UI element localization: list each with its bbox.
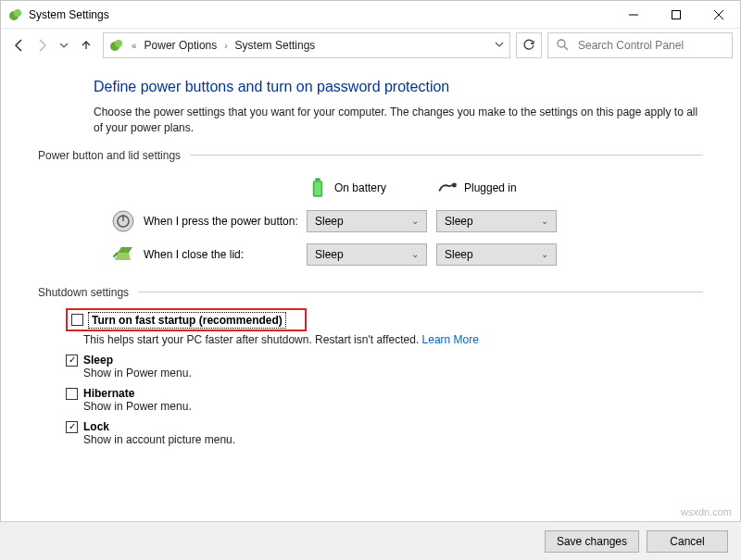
breadcrumb-dropdown-icon[interactable] bbox=[495, 39, 504, 52]
select-power-button-battery[interactable]: Sleep ⌄ bbox=[307, 210, 427, 232]
highlight-annotation: Turn on fast startup (recommended) bbox=[66, 308, 307, 331]
breadcrumb-item-power-options[interactable]: Power Options bbox=[144, 39, 218, 52]
battery-icon bbox=[307, 177, 329, 199]
item-subtext: Show in account picture menu. bbox=[83, 433, 703, 446]
chevron-down-icon: ⌄ bbox=[541, 216, 548, 226]
breadcrumb[interactable]: « Power Options › System Settings bbox=[103, 32, 510, 58]
select-close-lid-plugged[interactable]: Sleep ⌄ bbox=[436, 243, 557, 266]
checkbox-fast-startup[interactable] bbox=[71, 314, 83, 326]
checkbox-label[interactable]: Turn on fast startup (recommended) bbox=[89, 313, 285, 328]
up-button[interactable] bbox=[75, 34, 97, 56]
breadcrumb-back-icon: « bbox=[130, 41, 139, 51]
shutdown-item-hibernate: Hibernate Show in Power menu. bbox=[60, 387, 703, 413]
section-divider bbox=[190, 155, 703, 156]
shutdown-item-sleep: ✓ Sleep Show in Power menu. bbox=[60, 354, 703, 380]
select-value: Sleep bbox=[315, 248, 344, 261]
chevron-down-icon: ⌄ bbox=[541, 249, 548, 259]
window-title: System Settings bbox=[29, 8, 612, 21]
item-subtext: This helps start your PC faster after sh… bbox=[83, 333, 703, 346]
checkbox-label[interactable]: Sleep bbox=[83, 354, 113, 367]
row-power-button-label: When I press the power button: bbox=[144, 215, 298, 228]
breadcrumb-item-system-settings[interactable]: System Settings bbox=[235, 39, 316, 52]
cancel-button[interactable]: Cancel bbox=[647, 530, 728, 553]
svg-point-7 bbox=[115, 40, 122, 47]
svg-point-1 bbox=[14, 9, 21, 17]
minimize-button[interactable] bbox=[612, 1, 655, 29]
search-box[interactable] bbox=[547, 32, 733, 58]
section-label: Shutdown settings bbox=[38, 286, 129, 299]
search-input[interactable] bbox=[576, 38, 724, 53]
item-subtext: Show in Power menu. bbox=[83, 367, 703, 380]
svg-rect-12 bbox=[315, 181, 321, 194]
watermark: wsxdn.com bbox=[681, 506, 732, 517]
back-button[interactable] bbox=[8, 34, 31, 56]
section-label: Power button and lid settings bbox=[38, 149, 181, 162]
column-plugged-label: Plugged in bbox=[464, 181, 517, 194]
section-power-button-lid: Power button and lid settings bbox=[38, 149, 703, 162]
learn-more-link[interactable]: Learn More bbox=[422, 333, 479, 346]
shutdown-list: Turn on fast startup (recommended) This … bbox=[60, 308, 703, 446]
maximize-button[interactable] bbox=[655, 1, 697, 29]
nav-row: « Power Options › System Settings bbox=[1, 29, 740, 62]
refresh-button[interactable] bbox=[516, 32, 542, 58]
save-button[interactable]: Save changes bbox=[545, 530, 639, 553]
select-value: Sleep bbox=[315, 215, 344, 228]
shutdown-item-fast-startup: Turn on fast startup (recommended) This … bbox=[60, 308, 703, 346]
svg-rect-10 bbox=[315, 178, 320, 180]
checkbox-sleep[interactable]: ✓ bbox=[66, 355, 78, 367]
section-divider bbox=[138, 292, 703, 292]
checkbox-lock[interactable]: ✓ bbox=[66, 421, 78, 433]
row-close-lid-label: When I close the lid: bbox=[144, 248, 244, 261]
chevron-right-icon: › bbox=[222, 41, 229, 51]
chevron-down-icon: ⌄ bbox=[411, 216, 419, 226]
app-icon bbox=[8, 7, 23, 22]
page-title: Define power buttons and turn on passwor… bbox=[94, 79, 703, 95]
select-value: Sleep bbox=[445, 248, 473, 261]
chevron-down-icon: ⌄ bbox=[411, 249, 419, 259]
checkbox-label[interactable]: Hibernate bbox=[83, 387, 134, 400]
power-button-icon bbox=[112, 210, 134, 232]
power-grid: On battery Plugged in When I press the p… bbox=[112, 171, 703, 271]
select-value: Sleep bbox=[445, 215, 473, 228]
shutdown-item-lock: ✓ Lock Show in account picture menu. bbox=[60, 420, 703, 446]
checkbox-label[interactable]: Lock bbox=[83, 420, 109, 433]
svg-rect-3 bbox=[672, 10, 681, 19]
select-close-lid-battery[interactable]: Sleep ⌄ bbox=[307, 243, 427, 266]
forward-button[interactable] bbox=[31, 34, 53, 56]
checkbox-hibernate[interactable] bbox=[66, 388, 78, 400]
svg-line-9 bbox=[564, 46, 568, 50]
control-panel-icon bbox=[109, 38, 124, 53]
search-icon bbox=[556, 38, 569, 54]
column-battery-label: On battery bbox=[334, 181, 386, 194]
page-description: Choose the power settings that you want … bbox=[94, 105, 703, 136]
item-subtext: Show in Power menu. bbox=[83, 400, 703, 413]
content-area: Define power buttons and turn on passwor… bbox=[1, 62, 740, 446]
select-power-button-plugged[interactable]: Sleep ⌄ bbox=[436, 210, 557, 232]
plug-icon bbox=[436, 177, 458, 199]
titlebar: System Settings bbox=[1, 1, 740, 29]
close-button[interactable] bbox=[697, 1, 740, 29]
history-dropdown[interactable] bbox=[53, 34, 75, 56]
section-shutdown: Shutdown settings bbox=[38, 286, 703, 299]
svg-point-8 bbox=[558, 40, 565, 47]
footer: Save changes Cancel bbox=[0, 521, 741, 560]
svg-rect-13 bbox=[452, 182, 456, 186]
close-lid-icon bbox=[112, 243, 134, 266]
